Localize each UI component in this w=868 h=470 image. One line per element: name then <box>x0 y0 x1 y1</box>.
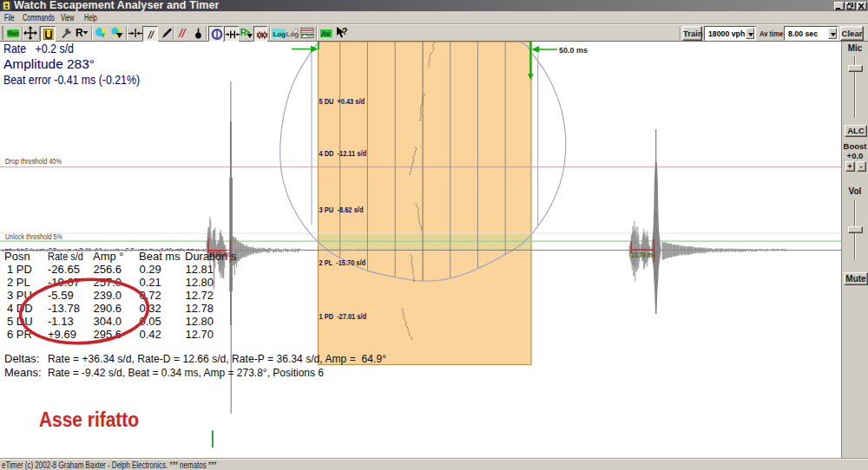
svg-text:R: R <box>240 27 247 37</box>
svg-text:1 PD -27.01 s/d: 1 PD -27.01 s/d <box>319 312 367 321</box>
svg-text:Duration s: Duration s <box>185 250 237 263</box>
svg-text:239.0: 239.0 <box>94 289 122 302</box>
svg-text:-5.59: -5.59 <box>48 289 74 302</box>
svg-text:5 DU +0.43 s/d: 5 DU +0.43 s/d <box>319 97 365 106</box>
svg-text:-26.65: -26.65 <box>48 263 80 276</box>
svg-text:2 PL: 2 PL <box>7 276 30 289</box>
svg-text:2 PL -15.70 s/d: 2 PL -15.70 s/d <box>319 258 366 267</box>
svg-text:0.29: 0.29 <box>140 263 161 276</box>
svg-text:Amp °: Amp ° <box>93 250 124 263</box>
svg-text:50.0 ms: 50.0 ms <box>559 45 588 55</box>
svg-text:0.32: 0.32 <box>140 302 161 315</box>
svg-text:Rate = +36.34 s/d, Rate-D = 12: Rate = +36.34 s/d, Rate-D = 12.66 s/d, R… <box>48 352 386 365</box>
svg-text:Amplitude 283°: Amplitude 283° <box>3 57 95 71</box>
svg-text:0.21: 0.21 <box>140 276 161 289</box>
svg-text:304.0: 304.0 <box>94 315 122 328</box>
svg-text:Rate s/d: Rate s/d <box>48 250 83 263</box>
svg-text:12.80: 12.80 <box>186 315 214 328</box>
svg-text:-1.13: -1.13 <box>48 315 74 328</box>
svg-text:Deltas:: Deltas: <box>4 352 39 365</box>
svg-text:-13.78: -13.78 <box>48 302 80 315</box>
svg-text:Asse rifatto: Asse rifatto <box>39 408 139 431</box>
svg-text:Posn: Posn <box>4 250 30 263</box>
svg-text:12.80: 12.80 <box>186 276 214 289</box>
svg-text:Means:: Means: <box>4 366 42 379</box>
svg-text:12.70: 12.70 <box>186 328 214 341</box>
svg-text:4 DD -12.11 s/d: 4 DD -12.11 s/d <box>319 149 367 158</box>
svg-text:12.81: 12.81 <box>186 263 214 276</box>
svg-text:Drop threshold 40%: Drop threshold 40% <box>5 157 62 166</box>
svg-text:Av: Av <box>321 29 331 38</box>
svg-text:Rate = -9.42 s/d, Beat = 0.34: Rate = -9.42 s/d, Beat = 0.34 ms, Amp = … <box>48 366 324 379</box>
svg-text:R: R <box>76 27 83 39</box>
svg-text:Log: Log <box>273 30 286 38</box>
svg-text:Unlock threshold 5%: Unlock threshold 5% <box>5 232 62 241</box>
svg-text:12.78: 12.78 <box>186 302 214 315</box>
svg-text:10.79 ms: 10.79 ms <box>631 251 655 259</box>
svg-text:290.6: 290.6 <box>94 302 122 315</box>
svg-text:12.72: 12.72 <box>186 289 214 302</box>
svg-text:1 PD: 1 PD <box>7 263 32 276</box>
svg-text:Beat ms: Beat ms <box>139 250 181 263</box>
svg-text:3 PU -8.62 s/d: 3 PU -8.62 s/d <box>319 206 364 214</box>
svg-text:256.6: 256.6 <box>94 263 122 276</box>
svg-text:Rate +0.2 s/d: Rate +0.2 s/d <box>3 42 74 55</box>
svg-text:0.42: 0.42 <box>140 328 161 341</box>
svg-text:Run: Run <box>8 30 19 36</box>
svg-text:Beat error -0.41 ms (-0.21%): Beat error -0.41 ms (-0.21%) <box>3 73 140 87</box>
svg-text:+9.69: +9.69 <box>48 328 76 341</box>
svg-text:?: ? <box>342 26 347 36</box>
